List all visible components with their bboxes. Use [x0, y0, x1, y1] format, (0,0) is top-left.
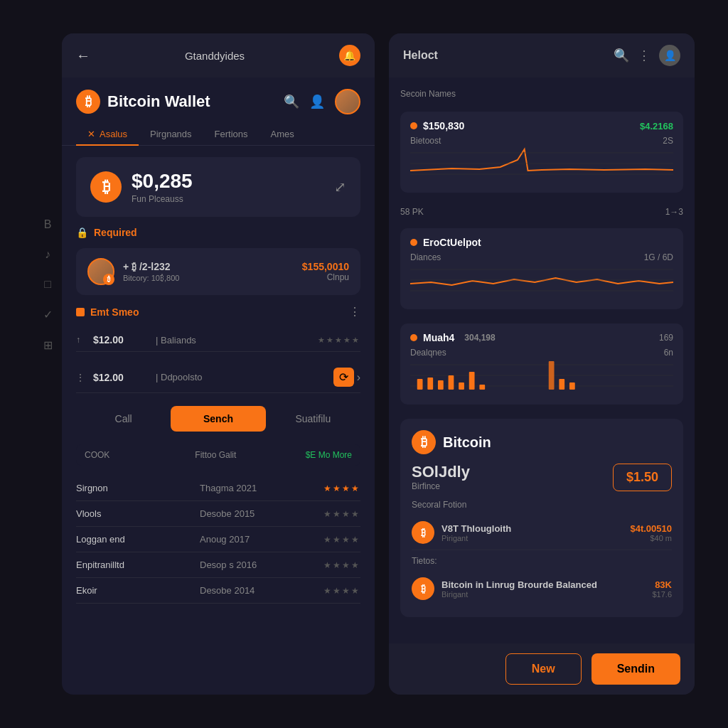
- back-button[interactable]: ←: [76, 48, 90, 64]
- send-button[interactable]: Sendin: [592, 653, 680, 685]
- bitcoin-logo: ₿: [76, 90, 100, 114]
- tx-item-0-amount: $4t.00510: [630, 523, 672, 534]
- name-col-4: Ekoir: [76, 585, 191, 596]
- bitcoin-logo-large: ₿: [90, 171, 122, 203]
- bitcoin-price-sub: Birfince: [412, 481, 470, 491]
- tab-fertions[interactable]: Fertions: [203, 123, 259, 145]
- tietos-item-0: ₿ Bitcoin in Linrug Brourde Balanced Bir…: [412, 572, 672, 606]
- tietos-item-0-name: Bitcoin in Linrug Brourde Balanced: [441, 579, 645, 590]
- right-header-title: Heloct: [403, 49, 438, 62]
- left-body: ₿ $0,285 Fun Plceauss ⤢ 🔒 Required ₿: [62, 146, 375, 695]
- tietos-label: Tietos:: [412, 556, 672, 566]
- sidebar-icon-box[interactable]: □: [44, 278, 51, 291]
- tx-info: + ₿ /2-l232 Bitcory: 10₿,800: [123, 261, 294, 282]
- svg-rect-12: [438, 380, 444, 390]
- name-list-item-3[interactable]: Enpitranilltd Desop s 2016 ★★★★: [76, 552, 360, 578]
- chart-card-2-sublabels: Dealqnes 6n: [410, 348, 673, 358]
- transaction-card: ₿ + ₿ /2-l232 Bitcory: 10₿,800 $155,0010…: [76, 248, 360, 295]
- right-header-icons: 🔍 ⋮ 👤: [614, 45, 680, 66]
- dot-orange-0: [410, 122, 417, 129]
- list-item-2: ⋮ $12.00 | Ddpoolsto ⟳ ›: [76, 362, 360, 393]
- more-icon[interactable]: ⋮: [349, 305, 360, 318]
- balance-info: $0,285 Fun Plceauss: [132, 170, 193, 204]
- tx-icon-0: ₿: [412, 521, 434, 544]
- tietos-item-0-info: Bitcoin in Linrug Brourde Balanced Birig…: [441, 579, 645, 599]
- user-icon[interactable]: 👤: [309, 94, 325, 109]
- wallet-title: Bitcoin Wallet: [107, 92, 210, 111]
- avatar[interactable]: [335, 89, 360, 114]
- balance-card: ₿ $0,285 Fun Plceauss ⤢: [76, 157, 360, 217]
- nav-call[interactable]: Call: [76, 406, 171, 432]
- svg-rect-14: [459, 382, 464, 390]
- sidebar-icon-music[interactable]: ♪: [45, 248, 50, 261]
- right-header: Heloct 🔍 ⋮ 👤: [389, 33, 695, 77]
- filter-col2: Fittoo Galit: [195, 450, 298, 460]
- svg-rect-19: [569, 382, 575, 390]
- stars-col-1: ★★★★: [323, 509, 360, 519]
- svg-rect-16: [479, 385, 485, 390]
- tx-action[interactable]: Clnpu: [302, 272, 349, 282]
- tietos-item-0-time: $17.6: [652, 590, 672, 599]
- chart-2-value: 169: [659, 333, 673, 343]
- bitcoin-section-logo: ₿: [412, 430, 436, 454]
- bitcoin-section-title: Bitcoin: [443, 434, 491, 451]
- list-item-1-icon: ↑: [76, 335, 87, 345]
- chart-card-1-sublabels: Diances 1G / 6D: [410, 252, 673, 262]
- filter-col1: COOK: [85, 450, 188, 460]
- chart-0-svg: [410, 146, 673, 181]
- name-list-item-1[interactable]: Vlools Desobe 2015 ★★★★: [76, 501, 360, 527]
- tab-pirgnands[interactable]: Pirgnands: [139, 123, 203, 145]
- search-icon[interactable]: 🔍: [284, 94, 299, 109]
- dot-orange-2: [410, 334, 417, 341]
- svg-rect-17: [549, 361, 555, 390]
- sidebar-icon-check[interactable]: ✓: [43, 308, 53, 321]
- balance-amount: $0,285: [132, 170, 193, 193]
- section-caption: Secoral Fotion: [412, 500, 672, 510]
- list-item-1-amount: $12.00: [93, 334, 150, 346]
- list-item-1-label: | Baliands: [156, 335, 312, 346]
- list-item-2-actions[interactable]: ⟳ ›: [333, 368, 360, 387]
- notification-icon[interactable]: 🔔: [339, 45, 360, 66]
- name-list-item-2[interactable]: Loggan end Anoug 2017 ★★★★: [76, 527, 360, 552]
- list-item-2-label: | Ddpoolsto: [156, 372, 328, 382]
- name-list-item-4[interactable]: Ekoir Desobe 2014 ★★★★: [76, 578, 360, 604]
- chart-card-1-title: EroCtUelpot: [410, 237, 481, 248]
- right-avatar[interactable]: 👤: [659, 45, 680, 66]
- bitcoin-price-info: SOlJdly Birfince: [412, 463, 470, 491]
- name-list-item-0[interactable]: Sirgnon Thagma 2021 ★★★★: [76, 476, 360, 501]
- sidebar-icon-grid[interactable]: ⊞: [43, 338, 53, 352]
- stars-col-3: ★★★★: [323, 560, 360, 570]
- list-item-1: ↑ $12.00 | Baliands ★★★★★: [76, 328, 360, 352]
- tab-ames[interactable]: Ames: [259, 123, 306, 145]
- date-col-3: Desop s 2016: [200, 560, 315, 570]
- right-search-icon[interactable]: 🔍: [614, 48, 629, 63]
- right-menu-icon[interactable]: ⋮: [638, 48, 651, 63]
- sidebar-icon-b[interactable]: B: [44, 218, 52, 231]
- tx-amount: $155,0010: [302, 261, 349, 272]
- tx-item-0-sub: Pirigant: [441, 534, 623, 542]
- balance-left: ₿ $0,285 Fun Plceauss: [90, 170, 193, 204]
- filter-row: COOK Fittoo Galit $E Mo More: [76, 444, 360, 466]
- list-item-1-stars: ★★★★★: [318, 336, 360, 345]
- name-col-3: Enpitranilltd: [76, 560, 191, 570]
- left-panel: ← Gtanddyides 🔔 ₿ Bitcoin Wallet 🔍 👤 ✕ A…: [62, 33, 375, 695]
- share-icon[interactable]: ⤢: [334, 178, 346, 196]
- chart-card-2-header: Muah4 304,198 169: [410, 332, 673, 343]
- filter-col3: $E Mo More: [306, 450, 352, 460]
- svg-rect-13: [449, 375, 454, 390]
- chart-card-0: $150,830 $4.2168 Bietoost 2S: [400, 112, 683, 193]
- nav-sench[interactable]: Sench: [171, 406, 265, 432]
- nav-suatifilu[interactable]: Suatifilu: [266, 406, 360, 432]
- name-col-0: Sirgnon: [76, 483, 191, 493]
- chart-card-1: EroCtUelpot Diances 1G / 6D: [400, 228, 683, 309]
- list-item-2-icon: ⋮: [76, 373, 87, 382]
- tab-asalus[interactable]: ✕ Asalus: [76, 123, 139, 145]
- left-header: ← Gtanddyides 🔔: [62, 33, 375, 77]
- stars-col-2: ★★★★: [323, 535, 360, 545]
- new-button[interactable]: New: [505, 653, 582, 685]
- wallet-header-icons: 🔍 👤: [284, 89, 360, 114]
- bitcoin-price-row: SOlJdly Birfince $1.50: [412, 463, 672, 491]
- chart-card-2-title: Muah4 304,198: [410, 332, 496, 343]
- tx-item-0-info: V8T Thlougloith Pirigant: [441, 523, 623, 542]
- chart-card-0-header: $150,830 $4.2168: [410, 120, 673, 132]
